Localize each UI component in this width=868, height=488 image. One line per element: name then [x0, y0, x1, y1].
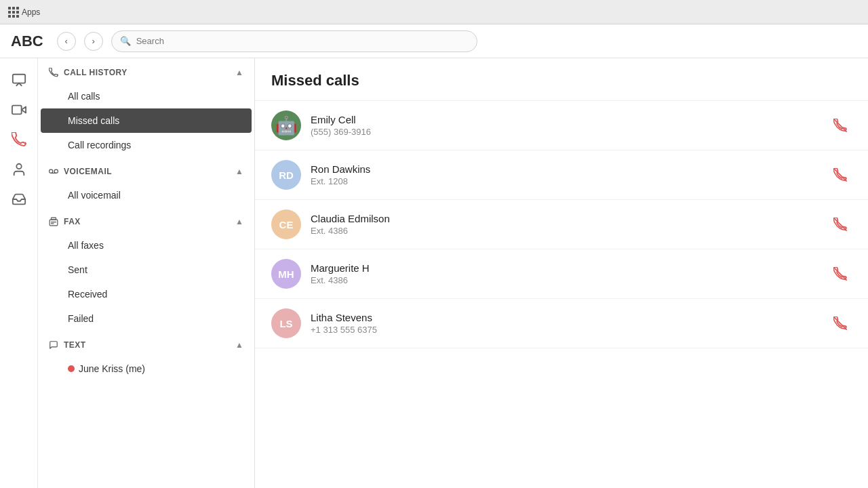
phone-section-icon [49, 68, 58, 77]
call-back-button[interactable] [829, 114, 852, 137]
rail-icon-phone[interactable] [5, 126, 33, 153]
sidebar-item-received[interactable]: Received [41, 282, 252, 306]
chevron-up-text: ▲ [235, 340, 243, 350]
page-title: Missed calls [271, 72, 852, 100]
fax-icon [49, 217, 58, 226]
sidebar-item-all-faxes[interactable]: All faxes [41, 233, 252, 258]
sidebar-item-all-calls[interactable]: All calls [41, 84, 252, 108]
contact-detail: Ext. 4386 [311, 226, 829, 236]
voicemail-icon [49, 167, 58, 176]
contact-detail: Ext. 4386 [311, 275, 829, 285]
page-title-bar: Missed calls [255, 58, 868, 101]
main-content: Missed calls 🤖Emily Cell(555) 369-3916 R… [255, 58, 868, 488]
voicemail-label: VOICEMAIL [64, 167, 112, 176]
apps-menu[interactable]: Apps [8, 7, 40, 18]
section-text[interactable]: TEXT ▲ [38, 331, 254, 357]
back-button[interactable]: ‹ [57, 32, 76, 51]
avatar: MH [271, 259, 301, 289]
sidebar-item-missed-calls[interactable]: Missed calls [41, 108, 252, 133]
top-menu-bar: Apps [0, 0, 868, 24]
search-input[interactable] [136, 36, 469, 46]
avatar: 🤖 [271, 110, 301, 140]
chevron-up-call-history: ▲ [235, 68, 243, 77]
chevron-up-voicemail: ▲ [235, 167, 243, 176]
call-history-label: CALL HISTORY [64, 68, 127, 77]
svg-rect-0 [12, 75, 24, 83]
sidebar-item-call-recordings[interactable]: Call recordings [41, 133, 252, 157]
call-back-button[interactable] [829, 312, 852, 335]
text-label: TEXT [64, 340, 86, 350]
sidebar-item-june-kriss[interactable]: June Kriss (me) [41, 357, 252, 381]
contact-row[interactable]: CEClaudia EdmilsonExt. 4386 [255, 200, 868, 249]
contact-detail: Ext. 1208 [311, 176, 829, 186]
svg-point-3 [16, 164, 21, 169]
search-icon: 🔍 [120, 36, 131, 46]
call-back-button[interactable] [829, 163, 852, 186]
active-dot [68, 365, 75, 372]
sidebar-item-sent[interactable]: Sent [41, 258, 252, 282]
sidebar-item-failed[interactable]: Failed [41, 306, 252, 331]
rail-icon-video[interactable] [5, 96, 33, 123]
contact-row[interactable]: RDRon DawkinsExt. 1208 [255, 150, 868, 200]
avatar: RD [271, 160, 301, 190]
app-body: CALL HISTORY ▲ All calls Missed calls Ca… [0, 58, 868, 488]
section-voicemail[interactable]: VOICEMAIL ▲ [38, 157, 254, 183]
svg-rect-8 [52, 218, 56, 220]
contact-row[interactable]: 🤖Emily Cell(555) 369-3916 [255, 101, 868, 150]
sidebar: CALL HISTORY ▲ All calls Missed calls Ca… [38, 58, 255, 488]
call-back-button[interactable] [829, 262, 852, 285]
rail-icon-contacts[interactable] [5, 156, 33, 183]
svg-point-4 [50, 169, 53, 173]
contact-row[interactable]: MHMarguerite HExt. 4386 [255, 249, 868, 299]
rail-icon-chat[interactable] [5, 66, 33, 94]
svg-rect-2 [12, 106, 21, 115]
contact-name: Ron Dawkins [311, 163, 829, 175]
contact-name: Marguerite H [311, 262, 829, 274]
avatar: LS [271, 308, 301, 338]
chevron-up-fax: ▲ [235, 217, 243, 226]
contact-name: Litha Stevens [311, 312, 829, 323]
apps-label: Apps [22, 7, 40, 17]
fax-label: FAX [64, 217, 81, 226]
contact-name: Claudia Edmilson [311, 213, 829, 224]
sidebar-item-all-voicemail[interactable]: All voicemail [41, 183, 252, 207]
forward-button[interactable]: › [84, 32, 103, 51]
svg-point-5 [54, 169, 58, 173]
contact-list: 🤖Emily Cell(555) 369-3916 RDRon DawkinsE… [255, 101, 868, 348]
rail-icon-inbox[interactable] [5, 186, 33, 213]
contact-detail: (555) 369-3916 [311, 127, 829, 137]
section-fax[interactable]: FAX ▲ [38, 207, 254, 233]
apps-grid-icon [8, 7, 19, 18]
search-bar: 🔍 [111, 30, 477, 52]
svg-marker-1 [21, 106, 25, 113]
header: ABC ‹ › 🔍 [0, 24, 868, 58]
icon-rail [0, 58, 38, 488]
section-call-history[interactable]: CALL HISTORY ▲ [38, 58, 254, 84]
call-back-button[interactable] [829, 213, 852, 236]
text-section-icon [49, 340, 58, 350]
brand-title: ABC [11, 33, 43, 50]
contact-name: Emily Cell [311, 114, 829, 125]
svg-rect-7 [50, 220, 58, 226]
contact-row[interactable]: LSLitha Stevens+1 313 555 6375 [255, 299, 868, 348]
contact-detail: +1 313 555 6375 [311, 325, 829, 335]
avatar: CE [271, 209, 301, 239]
